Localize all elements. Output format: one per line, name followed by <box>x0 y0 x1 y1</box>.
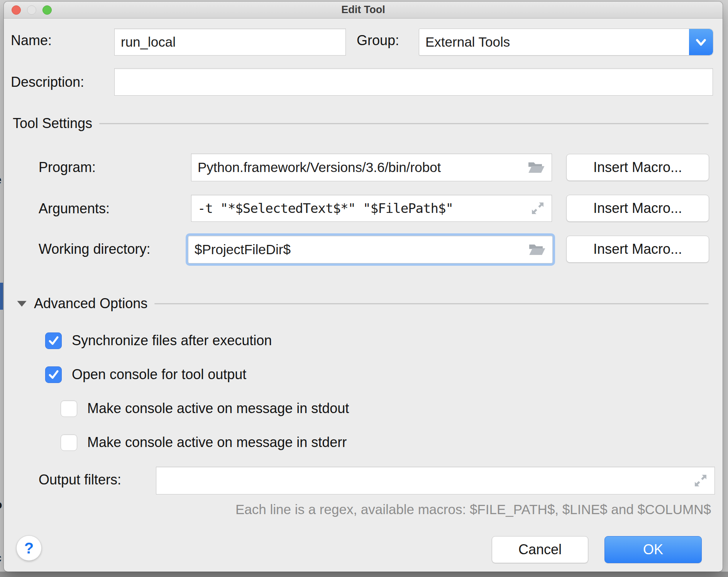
checkbox[interactable] <box>45 366 62 383</box>
program-value: Python.framework/Versions/3.6/bin/robot <box>198 160 523 175</box>
output-filters-input[interactable] <box>156 467 715 494</box>
checkmark-icon <box>47 334 60 347</box>
checkbox-row-synchronize-files[interactable]: Synchronize files after execution <box>45 331 272 350</box>
checkbox[interactable] <box>61 434 77 451</box>
edit-tool-dialog: Edit Tool Name: run_local Group: Externa… <box>4 2 723 572</box>
name-label: Name: <box>11 32 52 49</box>
arguments-insert-macro-button[interactable]: Insert Macro... <box>566 195 709 222</box>
zoom-button[interactable] <box>42 5 52 15</box>
arguments-label: Arguments: <box>39 200 110 217</box>
name-value: run_local <box>121 34 339 50</box>
disclosure-triangle-icon[interactable] <box>17 300 27 307</box>
output-filters-hint: Each line is a regex, available macros: … <box>235 501 711 518</box>
program-insert-macro-button[interactable]: Insert Macro... <box>566 154 709 181</box>
minimize-button <box>27 5 36 15</box>
close-button[interactable] <box>12 5 21 15</box>
description-input[interactable] <box>114 68 713 96</box>
ok-button[interactable]: OK <box>604 536 702 563</box>
description-label: Description: <box>11 74 84 91</box>
backdrop-bottom-strip <box>0 572 728 577</box>
browse-folder-icon[interactable] <box>527 160 545 175</box>
advanced-options-section-header: Advanced Options <box>17 295 709 312</box>
group-dropdown-button[interactable] <box>689 29 713 55</box>
program-label: Program: <box>39 159 96 176</box>
tool-settings-section-header: Tool Settings <box>13 115 709 132</box>
arguments-input[interactable]: -t "*$SelectedText$*" "$FilePath$" <box>191 195 552 222</box>
title-bar[interactable]: Edit Tool <box>4 2 723 19</box>
checkbox-label: Make console active on message in stdout <box>87 400 349 417</box>
arguments-value: -t "*$SelectedText$*" "$FilePath$" <box>198 201 526 216</box>
checkbox-label: Make console active on message in stderr <box>87 434 347 450</box>
cancel-button[interactable]: Cancel <box>492 536 588 563</box>
working-directory-input[interactable]: $ProjectFileDir$ <box>188 236 553 263</box>
checkbox-row-console-active-stdout[interactable]: Make console active on message in stdout <box>61 399 349 418</box>
working-directory-label: Working directory: <box>39 241 150 258</box>
browse-folder-icon[interactable] <box>528 242 546 257</box>
checkbox-row-console-active-stderr[interactable]: Make console active on message in stderr <box>61 433 347 452</box>
separator-line <box>99 123 709 124</box>
tool-settings-title: Tool Settings <box>13 115 92 132</box>
name-input[interactable]: run_local <box>114 29 346 56</box>
checkbox-label: Synchronize files after execution <box>72 332 272 349</box>
advanced-options-title: Advanced Options <box>34 295 147 312</box>
working-directory-insert-macro-button[interactable]: Insert Macro... <box>566 236 709 263</box>
working-directory-focus-ring: $ProjectFileDir$ <box>186 233 555 266</box>
expand-diagonal-arrows-icon[interactable] <box>693 473 708 488</box>
help-button[interactable]: ? <box>16 535 42 561</box>
expand-diagonal-arrows-icon[interactable] <box>530 201 545 216</box>
checkbox[interactable] <box>61 400 77 417</box>
backdrop-blue-fragment <box>0 283 3 310</box>
checkbox-row-open-console[interactable]: Open console for tool output <box>45 365 246 384</box>
checkbox[interactable] <box>45 332 62 349</box>
checkmark-icon <box>47 368 60 381</box>
checkbox-label: Open console for tool output <box>72 366 246 383</box>
group-select[interactable]: External Tools <box>419 29 713 56</box>
separator-line <box>154 303 709 304</box>
dialog-title: Edit Tool <box>4 2 723 18</box>
group-label: Group: <box>357 32 399 49</box>
program-input[interactable]: Python.framework/Versions/3.6/bin/robot <box>191 154 552 181</box>
traffic-lights <box>12 5 52 15</box>
group-selected-value: External Tools <box>419 34 689 50</box>
working-directory-value: $ProjectFileDir$ <box>195 242 524 257</box>
output-filters-label: Output filters: <box>39 471 121 488</box>
chevron-down-icon <box>693 34 709 50</box>
